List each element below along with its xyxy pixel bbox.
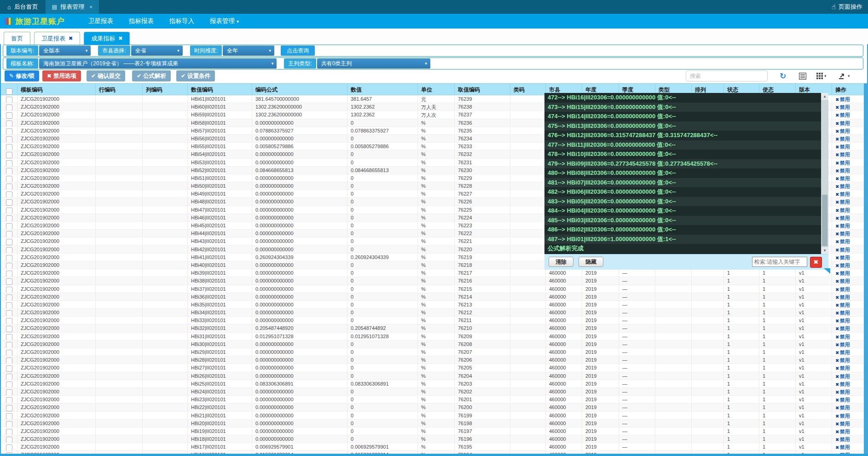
cell-row-select[interactable] (0, 277, 17, 284)
disable-link[interactable]: ✖禁用 (835, 231, 850, 237)
select-all-checkbox[interactable] (6, 88, 12, 95)
cell-operation[interactable]: ✖禁用 (832, 119, 864, 127)
disable-link[interactable]: ✖禁用 (835, 271, 850, 276)
menu-item-3[interactable]: 指标导入 (162, 17, 202, 25)
column-type-select[interactable]: 共有0类主列▾ (317, 58, 430, 69)
disable-link[interactable]: ✖禁用 (835, 413, 850, 419)
cell-row-select[interactable] (0, 254, 17, 261)
cell-row-select[interactable] (0, 237, 17, 245)
disable-link[interactable]: ✖禁用 (835, 278, 850, 284)
cell-row-select[interactable] (0, 206, 17, 214)
horizontal-scrollbar[interactable] (0, 454, 868, 456)
export-button[interactable]: ▾ (839, 71, 850, 81)
disable-link[interactable]: ✖禁用 (835, 160, 850, 166)
cell-row-select[interactable] (0, 111, 17, 118)
disable-link[interactable]: ✖禁用 (835, 374, 850, 379)
cell-row-select[interactable] (0, 435, 17, 443)
cell-operation[interactable]: ✖禁用 (832, 230, 864, 237)
row-checkbox[interactable] (6, 437, 12, 443)
cell-operation[interactable]: ✖禁用 (832, 293, 864, 300)
row-checkbox[interactable] (6, 191, 12, 197)
row-checkbox[interactable] (6, 374, 12, 380)
disable-link[interactable]: ✖禁用 (835, 104, 850, 110)
row-checkbox[interactable] (6, 160, 12, 166)
refresh-button[interactable]: ↻ (780, 71, 786, 81)
row-checkbox[interactable] (6, 405, 12, 411)
row-checkbox[interactable] (6, 168, 12, 174)
menu-item-1[interactable]: 卫星报表 (81, 17, 121, 25)
row-checkbox[interactable] (6, 176, 12, 182)
cell-row-select[interactable] (0, 261, 17, 269)
column-header-9[interactable]: 类码 (510, 84, 546, 95)
close-icon[interactable]: × (89, 4, 92, 10)
cell-row-select[interactable] (0, 198, 17, 205)
disable-link[interactable]: ✖禁用 (835, 350, 850, 355)
row-checkbox[interactable] (6, 342, 12, 348)
row-checkbox[interactable] (6, 184, 12, 190)
row-checkbox[interactable] (6, 318, 12, 324)
row-checkbox[interactable] (6, 381, 12, 387)
cell-row-select[interactable] (0, 135, 17, 142)
cell-row-select[interactable] (0, 396, 17, 403)
cell-row-select[interactable] (0, 356, 17, 364)
tab-3[interactable]: 成果指标✖ (84, 32, 130, 45)
cell-operation[interactable]: ✖禁用 (832, 206, 864, 214)
cell-operation[interactable]: ✖禁用 (832, 111, 864, 118)
disable-link[interactable]: ✖禁用 (835, 389, 850, 395)
cell-row-select[interactable] (0, 372, 17, 380)
cell-operation[interactable]: ✖禁用 (832, 380, 864, 387)
disable-link[interactable]: ✖禁用 (835, 342, 850, 347)
time-select[interactable]: 全年▾ (223, 46, 274, 56)
row-checkbox[interactable] (6, 429, 12, 435)
cell-operation[interactable]: ✖禁用 (832, 404, 864, 411)
disable-link[interactable]: ✖禁用 (835, 208, 850, 213)
row-checkbox[interactable] (6, 350, 12, 356)
cell-row-select[interactable] (0, 348, 17, 356)
cell-row-select[interactable] (0, 388, 17, 395)
cell-row-select[interactable] (0, 324, 17, 332)
cell-operation[interactable]: ✖禁用 (832, 324, 864, 332)
disable-link[interactable]: ✖禁用 (835, 112, 850, 118)
row-checkbox[interactable] (6, 421, 12, 427)
row-checkbox[interactable] (6, 389, 12, 395)
disable-link[interactable]: ✖禁用 (835, 215, 850, 221)
row-checkbox[interactable] (6, 208, 12, 214)
disable-link[interactable]: ✖禁用 (835, 199, 850, 205)
row-checkbox[interactable] (6, 152, 12, 158)
disable-link[interactable]: ✖禁用 (835, 310, 850, 316)
close-icon[interactable]: ✖ (69, 32, 73, 45)
cell-row-select[interactable] (0, 269, 17, 277)
disable-link[interactable]: ✖禁用 (835, 381, 850, 387)
page-operations[interactable]: ☝ 页面操作 (826, 0, 868, 14)
console-close-button[interactable]: ✖ (810, 257, 822, 268)
cell-row-select[interactable] (0, 143, 17, 150)
cell-row-select[interactable] (0, 190, 17, 197)
column-header-1[interactable]: 模板编码 (17, 84, 96, 95)
cell-operation[interactable]: ✖禁用 (832, 174, 864, 182)
cell-row-select[interactable] (0, 230, 17, 237)
close-icon[interactable]: ✖ (118, 32, 122, 45)
cell-operation[interactable]: ✖禁用 (832, 237, 864, 245)
row-checkbox[interactable] (6, 144, 12, 150)
cell-operation[interactable]: ✖禁用 (832, 135, 864, 142)
disable-link[interactable]: ✖禁用 (835, 334, 850, 340)
cell-row-select[interactable] (0, 214, 17, 221)
console-search-input[interactable] (752, 257, 807, 267)
cell-operation[interactable]: ✖禁用 (832, 356, 864, 364)
cell-operation[interactable]: ✖禁用 (832, 443, 864, 450)
cell-operation[interactable]: ✖禁用 (832, 254, 864, 261)
disable-link[interactable]: ✖禁用 (835, 239, 850, 244)
disable-link[interactable]: ✖禁用 (835, 168, 850, 173)
cell-operation[interactable]: ✖禁用 (832, 159, 864, 166)
disable-link[interactable]: ✖禁用 (835, 358, 850, 363)
disable-link[interactable]: ✖禁用 (835, 184, 850, 189)
cell-row-select[interactable] (0, 150, 17, 158)
cell-row-select[interactable] (0, 159, 17, 166)
version-select[interactable]: 全版本▾ (39, 46, 91, 56)
cell-operation[interactable]: ✖禁用 (832, 420, 864, 427)
row-checkbox[interactable] (6, 104, 12, 110)
cell-operation[interactable]: ✖禁用 (832, 214, 864, 221)
cell-operation[interactable]: ✖禁用 (832, 198, 864, 205)
scroll-up-icon[interactable]: ▲ (821, 93, 828, 100)
disable-link[interactable]: ✖禁用 (835, 263, 850, 268)
